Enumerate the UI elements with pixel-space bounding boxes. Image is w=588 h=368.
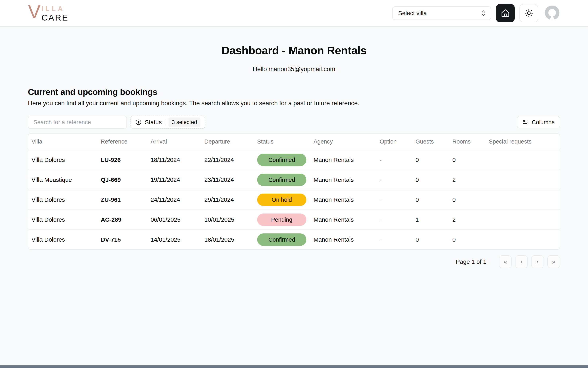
table-row[interactable]: Villa Dolores LU-926 18/11/2024 22/11/20… xyxy=(28,150,560,170)
cell-rooms: 2 xyxy=(449,170,486,190)
cell-rooms: 0 xyxy=(449,190,486,210)
greeting-text: Hello manon35@yopmail.com xyxy=(0,65,588,73)
status-filter-button[interactable]: Status 3 selected xyxy=(131,116,205,129)
section-description: Here you can find all your current and u… xyxy=(28,100,560,107)
double-chevron-left-icon: « xyxy=(503,258,508,266)
cell-villa: Villa Moustique xyxy=(28,170,98,190)
table-header-row: Villa Reference Arrival Departure Status… xyxy=(28,134,560,150)
cell-status: On hold xyxy=(254,190,310,210)
status-filter-label: Status xyxy=(145,119,162,126)
pagination: Page 1 of 1 « ‹ › » xyxy=(28,255,560,268)
cell-arrival: 06/01/2025 xyxy=(147,210,201,230)
cell-option: - xyxy=(376,230,412,249)
sliders-icon xyxy=(523,119,529,125)
cell-agency: Manon Rentals xyxy=(310,190,376,210)
cell-status: Confirmed xyxy=(254,150,310,170)
cell-reference: DV-715 xyxy=(98,230,147,249)
cell-agency: Manon Rentals xyxy=(310,170,376,190)
cell-villa: Villa Dolores xyxy=(28,230,98,249)
chevron-right-icon: › xyxy=(536,258,539,266)
cell-departure: 18/01/2025 xyxy=(201,230,254,249)
plus-circle-icon xyxy=(135,119,142,125)
villa-care-logo[interactable]: V ILLA CARE xyxy=(28,4,69,23)
cell-agency: Manon Rentals xyxy=(310,210,376,230)
status-filter-divider xyxy=(165,119,165,126)
main-content: Current and upcoming bookings Here you c… xyxy=(28,87,560,268)
status-badge: Pending xyxy=(257,213,306,226)
user-avatar[interactable] xyxy=(543,4,561,22)
table-row[interactable]: Villa Moustique QJ-669 19/11/2024 23/11/… xyxy=(28,170,560,190)
header-rooms: Rooms xyxy=(449,134,486,150)
cell-departure: 10/01/2025 xyxy=(201,210,254,230)
header-guests: Guests xyxy=(412,134,449,150)
cell-guests: 0 xyxy=(412,230,449,249)
section-heading: Current and upcoming bookings xyxy=(28,87,560,97)
cell-arrival: 19/11/2024 xyxy=(147,170,201,190)
select-villa-dropdown[interactable]: Select villa xyxy=(392,6,491,20)
cell-option: - xyxy=(376,190,412,210)
status-selected-badge: 3 selected xyxy=(169,117,200,127)
table-row[interactable]: Villa Dolores DV-715 14/01/2025 18/01/20… xyxy=(28,230,560,249)
cell-rooms: 0 xyxy=(449,230,486,249)
double-chevron-right-icon: » xyxy=(552,258,556,266)
cell-arrival: 24/11/2024 xyxy=(147,190,201,210)
cell-option: - xyxy=(376,170,412,190)
home-button[interactable] xyxy=(496,4,515,22)
status-badge: Confirmed xyxy=(257,233,306,246)
dashboard-screen: V ILLA CARE Select villa xyxy=(0,0,588,368)
cell-departure: 29/11/2024 xyxy=(201,190,254,210)
cell-guests: 0 xyxy=(412,190,449,210)
next-page-button[interactable]: › xyxy=(531,255,544,268)
last-page-button[interactable]: » xyxy=(547,255,560,268)
header-departure: Departure xyxy=(201,134,254,150)
logo-villa-text: ILLA xyxy=(41,5,69,13)
columns-button[interactable]: Columns xyxy=(517,116,560,128)
cell-rooms: 2 xyxy=(449,210,486,230)
cell-villa: Villa Dolores xyxy=(28,190,98,210)
cell-departure: 22/11/2024 xyxy=(201,150,254,170)
cell-guests: 0 xyxy=(412,150,449,170)
top-navbar: V ILLA CARE Select villa xyxy=(0,0,588,27)
navbar-actions: Select villa xyxy=(392,4,561,22)
footer-bar xyxy=(0,365,588,368)
cell-villa: Villa Dolores xyxy=(28,150,98,170)
cell-rooms: 0 xyxy=(449,150,486,170)
logo-wordmark: ILLA CARE xyxy=(41,5,69,23)
header-special-requests: Special requests xyxy=(486,134,560,150)
previous-page-button[interactable]: ‹ xyxy=(515,255,528,268)
cell-special-requests xyxy=(486,170,560,190)
cell-agency: Manon Rentals xyxy=(310,230,376,249)
cell-special-requests xyxy=(486,210,560,230)
search-input[interactable] xyxy=(28,116,127,129)
header-option: Option xyxy=(376,134,412,150)
cell-agency: Manon Rentals xyxy=(310,150,376,170)
cell-option: - xyxy=(376,210,412,230)
table-row[interactable]: Villa Dolores ZU-961 24/11/2024 29/11/20… xyxy=(28,190,560,210)
cell-reference: AC-289 xyxy=(98,210,147,230)
table-row[interactable]: Villa Dolores AC-289 06/01/2025 10/01/20… xyxy=(28,210,560,230)
cell-option: - xyxy=(376,150,412,170)
table-toolbar: Status 3 selected Columns xyxy=(28,116,560,129)
theme-toggle-button[interactable] xyxy=(519,4,538,22)
cell-special-requests xyxy=(486,190,560,210)
header-agency: Agency xyxy=(310,134,376,150)
cell-guests: 0 xyxy=(412,170,449,190)
select-villa-value: Select villa xyxy=(398,10,427,17)
cell-arrival: 18/11/2024 xyxy=(147,150,201,170)
page-indicator: Page 1 of 1 xyxy=(456,258,486,265)
logo-v-letter: V xyxy=(28,4,40,19)
cell-status: Confirmed xyxy=(254,170,310,190)
header-status: Status xyxy=(254,134,310,150)
cell-guests: 1 xyxy=(412,210,449,230)
header-reference: Reference xyxy=(98,134,147,150)
sun-icon xyxy=(524,8,534,18)
cell-status: Confirmed xyxy=(254,230,310,249)
first-page-button[interactable]: « xyxy=(499,255,512,268)
status-badge: Confirmed xyxy=(257,154,306,166)
header-arrival: Arrival xyxy=(147,134,201,150)
header-villa: Villa xyxy=(28,134,98,150)
columns-button-label: Columns xyxy=(532,119,554,126)
bookings-table: Villa Reference Arrival Departure Status… xyxy=(28,133,560,250)
cell-reference: QJ-669 xyxy=(98,170,147,190)
cell-reference: ZU-961 xyxy=(98,190,147,210)
